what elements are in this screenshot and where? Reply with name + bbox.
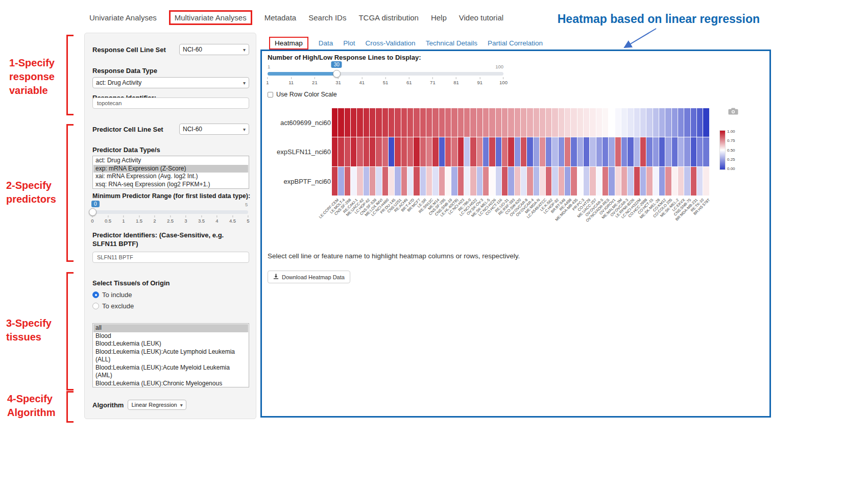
heatmap-cell[interactable] <box>414 167 420 196</box>
heatmap-row-label-expbptf-nci60[interactable]: expBPTF_nci60 <box>271 167 331 196</box>
heatmap-cell[interactable] <box>458 137 464 166</box>
heatmap-cell[interactable] <box>439 108 445 137</box>
heatmap-cell[interactable] <box>376 137 382 166</box>
heatmap-cell[interactable] <box>615 167 621 196</box>
heatmap-cell[interactable] <box>395 108 401 137</box>
nav-item-metadata[interactable]: Metadata <box>264 13 297 22</box>
heatmap-cell[interactable] <box>345 137 351 166</box>
heatmap-cell[interactable] <box>458 108 464 137</box>
heatmap-cell[interactable] <box>527 167 533 196</box>
heatmap-cell[interactable] <box>426 137 432 166</box>
heatmap-cell[interactable] <box>477 108 483 137</box>
tissue-option-blood-leukemia-leuk-acute-myeloid-leukem[interactable]: Blood:Leukemia (LEUK):Acute Myeloid Leuk… <box>93 364 248 380</box>
heatmap-cell[interactable] <box>407 108 414 137</box>
heatmap-cell[interactable] <box>672 137 678 166</box>
heatmap-cell[interactable] <box>552 167 558 196</box>
heatmap-cell[interactable] <box>584 167 590 196</box>
heatmap-cell[interactable] <box>646 108 653 137</box>
heatmap-row-label-act609699-nci60[interactable]: act609699_nci60 <box>271 108 331 137</box>
heatmap-cell[interactable] <box>596 167 602 196</box>
heatmap-cell[interactable] <box>571 137 577 166</box>
heatmap-cell[interactable] <box>351 137 357 166</box>
heatmap-cell[interactable] <box>370 137 376 166</box>
heatmap-cell[interactable] <box>515 137 521 166</box>
tissue-option-all[interactable]: all <box>93 324 248 332</box>
heatmap-row-label-expslfn11-nci60[interactable]: expSLFN11_nci60 <box>271 137 331 166</box>
heatmap-cell[interactable] <box>451 137 457 166</box>
heatmap-cell[interactable] <box>659 137 665 166</box>
tissue-option-blood-leukemia-leuk[interactable]: Blood:Leukemia (LEUK) <box>93 340 248 348</box>
heatmap-cell[interactable] <box>389 108 395 137</box>
heatmap-cell[interactable] <box>552 137 558 166</box>
heatmap-cell[interactable] <box>540 137 546 166</box>
heatmap-cell[interactable] <box>565 167 571 196</box>
heatmap-cell[interactable] <box>351 108 357 137</box>
heatmap-cell[interactable] <box>477 167 483 196</box>
nav-item-tcga-distribution[interactable]: TCGA distribution <box>358 13 419 22</box>
download-heatmap-data-button[interactable]: Download Heatmap Data <box>268 271 350 283</box>
response-data-type-select[interactable]: act: Drug Activity ▾ <box>92 77 249 88</box>
heatmap-cell[interactable] <box>653 108 659 137</box>
heatmap-cell[interactable] <box>502 167 508 196</box>
camera-icon[interactable] <box>728 108 738 117</box>
heatmap-cell[interactable] <box>426 108 432 137</box>
heatmap-cell[interactable] <box>559 108 565 137</box>
min-predictor-range-track[interactable] <box>92 210 248 214</box>
heatmap-cell[interactable] <box>628 137 634 166</box>
tab-cross-validation[interactable]: Cross-Validation <box>366 39 416 47</box>
heatmap-cell[interactable] <box>376 167 382 196</box>
heatmap-cell[interactable] <box>521 108 527 137</box>
heatmap-cell[interactable] <box>332 167 338 196</box>
heatmap-cell[interactable] <box>414 137 420 166</box>
lines-slider-handle[interactable] <box>333 70 341 78</box>
heatmap-cell[interactable] <box>615 108 621 137</box>
heatmap-cell[interactable] <box>489 108 495 137</box>
heatmap-cell[interactable] <box>451 108 457 137</box>
heatmap-cell[interactable] <box>546 167 552 196</box>
heatmap-cell[interactable] <box>584 108 590 137</box>
heatmap-cell[interactable] <box>571 167 577 196</box>
heatmap-cell[interactable] <box>445 167 451 196</box>
heatmap-cell[interactable] <box>521 167 527 196</box>
heatmap-cell[interactable] <box>357 108 363 137</box>
heatmap-cell[interactable] <box>464 137 470 166</box>
heatmap-cell[interactable] <box>577 108 584 137</box>
heatmap-cell[interactable] <box>527 137 533 166</box>
tab-plot[interactable]: Plot <box>343 39 355 47</box>
heatmap-cell[interactable] <box>502 137 508 166</box>
heatmap-cell[interactable] <box>420 108 426 137</box>
heatmap-cell[interactable] <box>665 108 671 137</box>
nav-item-video-tutorial[interactable]: Video tutorial <box>459 13 503 22</box>
heatmap-cell[interactable] <box>703 108 709 137</box>
heatmap-cell[interactable] <box>621 167 628 196</box>
heatmap-cell[interactable] <box>659 167 665 196</box>
tissue-radio-to-exclude[interactable]: To exclude <box>92 300 134 311</box>
heatmap-cell[interactable] <box>364 108 370 137</box>
heatmap-cell[interactable] <box>609 108 615 137</box>
heatmap-cell[interactable] <box>534 137 540 166</box>
heatmap-cell[interactable] <box>697 167 703 196</box>
heatmap-cell[interactable] <box>684 137 690 166</box>
heatmap-cell[interactable] <box>590 108 596 137</box>
heatmap-cell[interactable] <box>584 137 590 166</box>
heatmap-cell[interactable] <box>684 108 690 137</box>
heatmap-cell[interactable] <box>357 137 363 166</box>
nav-item-search-ids[interactable]: Search IDs <box>308 13 346 22</box>
heatmap-cell[interactable] <box>432 108 439 137</box>
heatmap-cell[interactable] <box>364 137 370 166</box>
heatmap-cell[interactable] <box>345 108 351 137</box>
tab-technical-details[interactable]: Technical Details <box>426 39 477 47</box>
heatmap-cell[interactable] <box>432 167 439 196</box>
tissue-option-blood-leukemia-leuk-chronic-myelogenous-[interactable]: Blood:Leukemia (LEUK):Chronic Myelogenou… <box>93 380 248 388</box>
heatmap-cell[interactable] <box>565 108 571 137</box>
heatmap-cell[interactable] <box>621 108 628 137</box>
heatmap-cell[interactable] <box>508 167 514 196</box>
heatmap-cell[interactable] <box>559 137 565 166</box>
heatmap-cell[interactable] <box>703 167 709 196</box>
nav-item-univariate-analyses[interactable]: Univariate Analyses <box>89 13 157 22</box>
heatmap-cell[interactable] <box>489 137 495 166</box>
tissue-radio-to-include[interactable]: To include <box>92 289 134 300</box>
heatmap-cell[interactable] <box>552 108 558 137</box>
heatmap-cell[interactable] <box>489 167 495 196</box>
predictor-data-type-option-xsq-rna-seq-expression-log2-fpkm-1[interactable]: xsq: RNA-seq Expression (log2 FPKM+1.) <box>93 181 248 189</box>
